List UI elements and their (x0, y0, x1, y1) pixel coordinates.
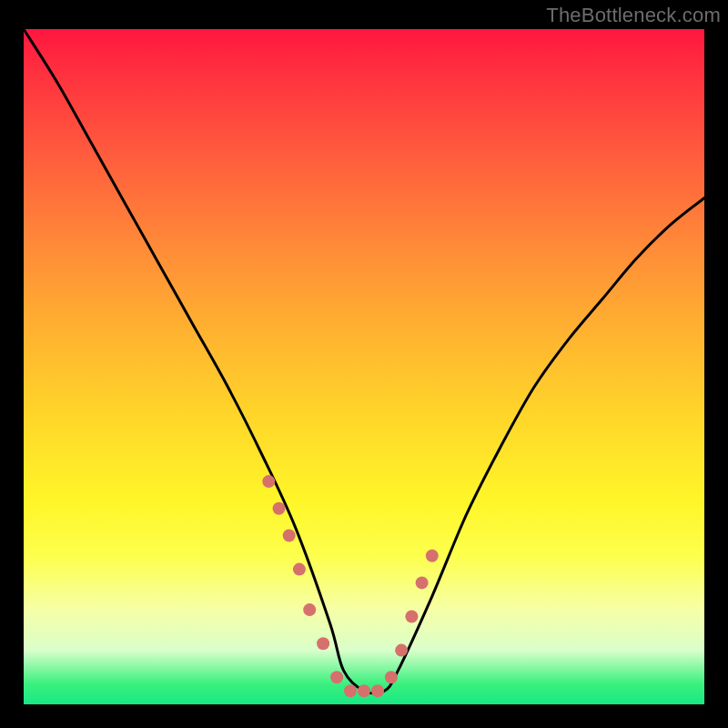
chart-frame: TheBottleneck.com (0, 0, 728, 728)
chart-svg (24, 29, 704, 704)
highlight-dot (344, 684, 357, 697)
highlight-dot (426, 550, 439, 562)
highlight-dot (283, 530, 296, 542)
highlight-dot (262, 475, 275, 488)
highlight-dot (293, 563, 306, 576)
highlight-dot (405, 611, 418, 623)
highlight-dot (385, 671, 398, 683)
highlight-dot (303, 603, 316, 616)
highlight-dot (330, 671, 343, 683)
highlight-dot (273, 502, 286, 515)
bottleneck-curve (24, 29, 704, 693)
chart-plot-area (24, 29, 704, 704)
highlight-dot (371, 684, 384, 697)
highlight-dots (262, 475, 439, 697)
watermark-text: TheBottleneck.com (546, 4, 721, 27)
highlight-dot (358, 684, 370, 697)
highlight-dot (395, 644, 408, 657)
highlight-dot (317, 637, 329, 650)
highlight-dot (416, 576, 429, 589)
